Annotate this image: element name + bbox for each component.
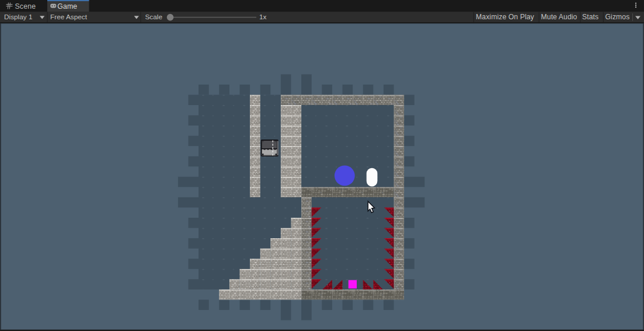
svg-text:Game: Game	[57, 2, 77, 11]
svg-text:Mute Audio: Mute Audio	[541, 13, 577, 21]
svg-text:Free Aspect: Free Aspect	[50, 13, 88, 21]
svg-text:Maximize On Play: Maximize On Play	[476, 13, 535, 21]
svg-text:Display 1: Display 1	[4, 13, 33, 21]
svg-text:Scene: Scene	[15, 2, 36, 11]
svg-text:1x: 1x	[259, 13, 267, 21]
svg-text:Gizmos: Gizmos	[605, 13, 630, 21]
svg-text:Scale: Scale	[145, 13, 163, 21]
svg-text:Stats: Stats	[582, 13, 598, 21]
